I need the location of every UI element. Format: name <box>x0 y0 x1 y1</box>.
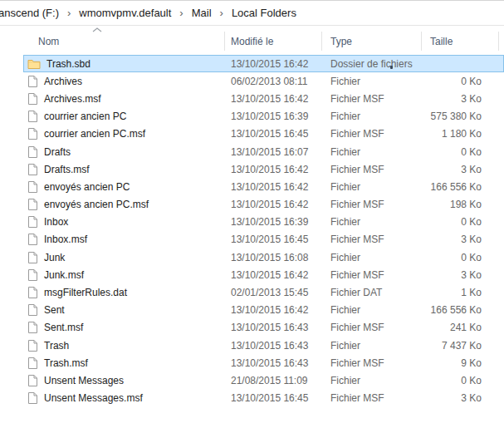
file-row[interactable]: courrier ancien PC 13/10/2015 16:39 Fich… <box>23 108 504 125</box>
file-row[interactable]: courrier ancien PC.msf 13/10/2015 16:45 … <box>23 125 504 143</box>
file-icon <box>27 233 38 246</box>
file-row[interactable]: Inbox.msf 13/10/2015 16:45 Fichier MSF 3… <box>23 231 504 248</box>
column-resize-handle[interactable] <box>421 32 422 51</box>
file-row[interactable]: Archives 06/02/2013 08:11 Fichier 0 Ko <box>23 72 504 90</box>
file-icon <box>27 145 38 159</box>
breadcrumb-separator-icon: › <box>67 7 71 18</box>
file-name-cell: Drafts <box>23 145 224 159</box>
breadcrumb: anscend (F:)›wmomvpmv.default›Mail›Local… <box>0 1 504 26</box>
file-type: Fichier <box>321 375 421 386</box>
file-name: Drafts.msf <box>44 164 90 175</box>
file-modified-date: 13/10/2015 16:42 <box>224 199 321 210</box>
column-header-row: Nom Modifié le Type Taille <box>0 26 504 55</box>
file-icon <box>27 286 38 299</box>
file-icon <box>27 321 38 334</box>
column-header-modified[interactable]: Modifié le <box>231 36 273 47</box>
file-modified-date: 13/10/2015 16:43 <box>224 357 321 369</box>
file-name: Sent.msf <box>44 322 83 333</box>
file-size: 3 Ko <box>421 269 498 281</box>
column-header-name[interactable]: Nom <box>38 36 59 47</box>
file-name-cell: Trash.sbd <box>23 58 224 70</box>
breadcrumb-item[interactable]: anscend (F:) <box>0 5 60 21</box>
file-name: Trash.sbd <box>46 58 91 70</box>
file-row[interactable]: Unsent Messages 21/08/2015 11:09 Fichier… <box>23 371 504 389</box>
file-name: Unsent Messages <box>44 375 124 386</box>
file-row[interactable]: Unsent Messages.msf 13/10/2015 16:45 Fic… <box>23 390 504 407</box>
file-size: 0 Ko <box>421 146 498 158</box>
file-name-cell: Sent.msf <box>23 321 224 334</box>
file-row[interactable]: Junk 13/10/2015 16:08 Fichier 0 Ko <box>23 248 504 266</box>
file-type: Fichier MSF <box>321 234 421 245</box>
file-icon <box>27 145 38 159</box>
file-icon <box>27 75 38 88</box>
file-row[interactable]: Trash.msf 13/10/2015 16:43 Fichier MSF 9… <box>23 354 504 371</box>
file-type: Fichier <box>321 216 421 228</box>
file-type: Fichier MSF <box>321 392 421 404</box>
file-row[interactable]: Junk.msf 13/10/2015 16:42 Fichier MSF 3 … <box>23 266 504 283</box>
file-type: Fichier <box>321 146 421 158</box>
file-type: Fichier <box>321 76 421 87</box>
file-modified-date: 21/08/2015 11:09 <box>224 375 321 386</box>
file-modified-date: 13/10/2015 16:42 <box>224 164 321 175</box>
file-name-cell: Drafts.msf <box>23 163 224 176</box>
file-name-cell: Inbox.msf <box>23 233 224 246</box>
file-modified-date: 13/10/2015 16:45 <box>224 392 321 404</box>
file-name: courrier ancien PC <box>44 111 126 122</box>
file-size: 1 Ko <box>421 287 498 298</box>
column-header-size[interactable]: Taille <box>430 36 453 47</box>
file-name-cell: msgFilterRules.dat <box>23 286 224 299</box>
file-row[interactable]: Inbox 13/10/2015 16:39 Fichier 0 Ko <box>23 214 504 231</box>
file-name: envoyés ancien PC.msf <box>44 199 149 210</box>
file-size: 166 556 Ko <box>421 304 498 316</box>
file-modified-date: 13/10/2015 16:42 <box>224 269 321 281</box>
file-modified-date: 13/10/2015 16:45 <box>224 128 321 140</box>
file-icon <box>27 163 38 176</box>
file-icon <box>27 303 38 317</box>
column-resize-handle[interactable] <box>498 32 499 51</box>
file-size: 241 Ko <box>421 322 498 333</box>
file-modified-date: 13/10/2015 16:42 <box>224 181 321 193</box>
file-row[interactable]: Drafts.msf 13/10/2015 16:42 Fichier MSF … <box>23 160 504 178</box>
file-size: 0 Ko <box>421 216 498 228</box>
column-resize-handle[interactable] <box>224 32 225 51</box>
file-name: Inbox <box>44 216 68 228</box>
file-icon <box>27 180 38 194</box>
breadcrumb-item[interactable]: Mail <box>191 5 213 21</box>
file-icon <box>27 251 38 264</box>
file-type: Fichier MSF <box>321 199 421 210</box>
breadcrumb-item[interactable]: Local Folders <box>231 5 297 21</box>
file-icon <box>27 233 38 246</box>
file-type: Fichier <box>321 252 421 263</box>
file-size: 198 Ko <box>421 199 498 210</box>
file-row[interactable]: Trash 13/10/2015 16:43 Fichier 7 437 Ko <box>23 337 504 354</box>
breadcrumb-item[interactable]: wmomvpmv.default <box>78 5 172 21</box>
file-row[interactable]: Drafts 13/10/2015 16:07 Fichier 0 Ko <box>23 143 504 160</box>
file-name: Archives.msf <box>44 93 101 105</box>
file-row[interactable]: envoyés ancien PC.msf 13/10/2015 16:42 F… <box>23 196 504 214</box>
file-icon <box>27 198 38 211</box>
file-type: Fichier <box>321 111 421 122</box>
file-row[interactable]: Sent 13/10/2015 16:42 Fichier 166 556 Ko <box>23 302 504 319</box>
file-type: Fichier MSF <box>321 357 421 369</box>
file-name-cell: Unsent Messages.msf <box>23 391 224 405</box>
breadcrumb-separator-icon: › <box>179 7 183 18</box>
column-header-type[interactable]: Type <box>330 36 352 47</box>
file-row[interactable]: Trash.sbd 13/10/2015 16:42 Dossier de fi… <box>23 55 504 72</box>
column-resize-handle[interactable] <box>321 32 322 51</box>
file-row[interactable]: Archives.msf 13/10/2015 16:42 Fichier MS… <box>23 90 504 107</box>
file-modified-date: 13/10/2015 16:39 <box>224 216 321 228</box>
file-row[interactable]: msgFilterRules.dat 02/01/2013 15:45 Fich… <box>23 283 504 301</box>
file-icon <box>27 215 38 229</box>
file-name: Trash <box>44 340 69 352</box>
file-name: Junk <box>44 252 65 263</box>
file-name-cell: courrier ancien PC <box>23 110 224 123</box>
file-icon <box>27 92 38 106</box>
file-name: Sent <box>44 304 65 316</box>
folder-icon <box>27 58 41 70</box>
file-row[interactable]: Sent.msf 13/10/2015 16:43 Fichier MSF 24… <box>23 319 504 337</box>
file-modified-date: 13/10/2015 16:45 <box>224 234 321 245</box>
file-row[interactable]: envoyés ancien PC 13/10/2015 16:42 Fichi… <box>23 178 504 195</box>
file-size: 0 Ko <box>421 76 498 87</box>
file-size: 0 Ko <box>421 252 498 263</box>
file-icon <box>27 163 38 176</box>
